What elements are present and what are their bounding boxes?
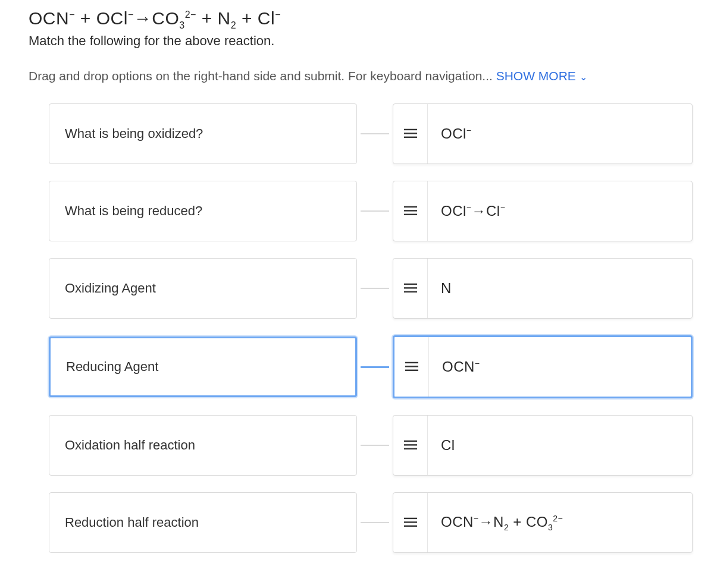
match-answer[interactable]: OCN− — [393, 335, 693, 398]
instructions-text: Drag and drop options on the right-hand … — [29, 69, 693, 83]
match-connector — [361, 133, 389, 134]
match-prompt[interactable]: What is being reduced? — [49, 181, 357, 241]
show-more-link[interactable]: SHOW MORE ⌄ — [496, 69, 587, 83]
match-prompt[interactable]: Oxidation half reaction — [49, 415, 357, 476]
match-answer-text: OCl−→Cl− — [428, 203, 518, 219]
match-row: Oxidizing AgentN — [29, 258, 693, 319]
svg-rect-13 — [404, 444, 417, 445]
match-answer-text: Cl — [428, 437, 468, 454]
match-connector — [361, 445, 389, 446]
match-row: What is being reduced?OCl−→Cl− — [29, 181, 693, 241]
match-prompt[interactable]: Oxidizing Agent — [49, 258, 357, 319]
instructions-prefix: Drag and drop options on the right-hand … — [29, 69, 496, 83]
question-subtitle: Match the following for the above reacti… — [29, 33, 693, 49]
svg-rect-15 — [404, 518, 417, 519]
svg-rect-17 — [404, 526, 417, 527]
reaction-equation: OCN− + OCl−→CO32− + N2 + Cl− — [29, 8, 693, 31]
svg-rect-1 — [404, 133, 417, 134]
svg-rect-2 — [404, 137, 417, 138]
svg-rect-6 — [404, 284, 417, 285]
svg-rect-8 — [404, 291, 417, 293]
drag-handle-icon[interactable] — [393, 259, 428, 318]
match-answer[interactable]: OCN−→N2 + CO32− — [393, 492, 693, 553]
svg-rect-14 — [404, 448, 417, 449]
svg-rect-3 — [404, 206, 417, 207]
match-prompt[interactable]: Reduction half reaction — [49, 492, 357, 553]
match-prompt[interactable]: What is being oxidized? — [49, 103, 357, 164]
svg-rect-10 — [405, 366, 418, 367]
match-answer[interactable]: OCl− — [393, 103, 693, 164]
svg-rect-4 — [404, 210, 417, 211]
match-row: Reducing AgentOCN− — [29, 335, 693, 398]
svg-rect-11 — [405, 370, 418, 371]
svg-rect-12 — [404, 441, 417, 442]
match-connector — [361, 288, 389, 289]
chevron-down-icon: ⌄ — [580, 72, 587, 82]
svg-rect-16 — [404, 521, 417, 523]
drag-handle-icon[interactable] — [393, 104, 428, 163]
match-connector — [361, 366, 389, 368]
svg-rect-5 — [404, 214, 417, 215]
match-answer[interactable]: N — [393, 258, 693, 319]
match-row: What is being oxidized?OCl− — [29, 103, 693, 164]
match-answer-text: N — [428, 280, 465, 297]
drag-handle-icon[interactable] — [393, 416, 428, 475]
match-row: Reduction half reactionOCN−→N2 + CO32− — [29, 492, 693, 553]
svg-rect-9 — [405, 362, 418, 363]
match-answer-text: OCl− — [428, 125, 485, 142]
drag-handle-icon[interactable] — [394, 337, 429, 397]
svg-rect-7 — [404, 287, 417, 288]
drag-handle-icon[interactable] — [393, 493, 428, 552]
match-answer-text: OCN− — [429, 359, 493, 375]
match-connector — [361, 522, 389, 523]
match-answer-text: OCN−→N2 + CO32− — [428, 514, 576, 532]
drag-handle-icon[interactable] — [393, 181, 428, 241]
match-prompt[interactable]: Reducing Agent — [49, 337, 357, 397]
svg-rect-0 — [404, 129, 417, 130]
match-answer[interactable]: OCl−→Cl− — [393, 181, 693, 241]
match-answer[interactable]: Cl — [393, 415, 693, 476]
match-row: Oxidation half reactionCl — [29, 415, 693, 476]
matching-grid: What is being oxidized?OCl−What is being… — [29, 103, 693, 553]
match-connector — [361, 210, 389, 212]
